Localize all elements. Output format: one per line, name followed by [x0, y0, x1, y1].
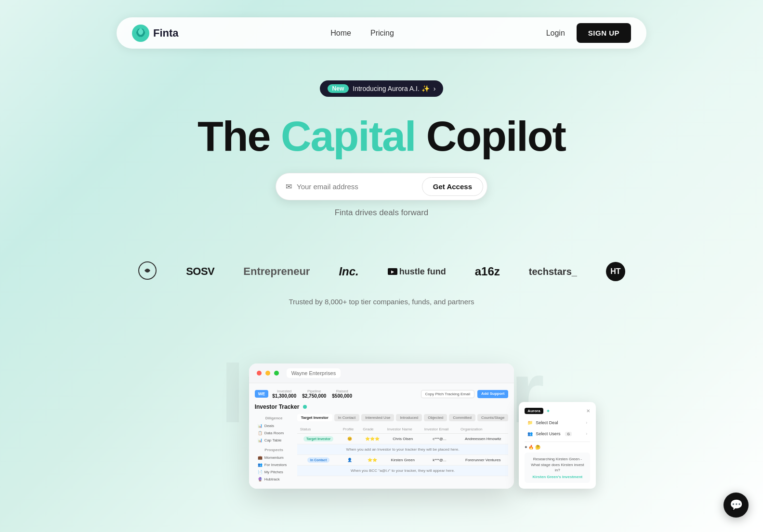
hero-section: New Introducing Aurora A.I. ✨ › The Capi…: [0, 66, 763, 251]
hero-title: The Capital Copilot: [10, 114, 753, 158]
trusted-text: Trusted by 8,000+ top tier companies, fu…: [0, 298, 763, 306]
stat-invested: Invested $1,300,000: [272, 389, 296, 399]
col-org: Organization: [458, 425, 508, 434]
badge-text: Introducing Aurora A.I. ✨: [353, 85, 429, 92]
logo-item-1: [138, 261, 157, 282]
chat-button[interactable]: 💬: [724, 493, 749, 518]
table-row: In Contact 👤 ⭐⭐ Kirsten Green k***@... F…: [297, 455, 509, 466]
tab-in-contact[interactable]: In Contact: [334, 414, 359, 421]
tracker-main: Target Investor In Contact Interested Us…: [297, 414, 509, 483]
finta-logo-icon: [132, 25, 149, 42]
dashboard-tab-label: Wayne Enterprises: [287, 368, 341, 378]
tracker-indicator: [303, 405, 307, 409]
table-row: When you add an Investor to your tracker…: [297, 444, 509, 455]
tab-target-investor[interactable]: Target Investor: [297, 414, 332, 421]
nav-actions: Login SIGN UP: [546, 23, 631, 43]
aurora-panel: Aurora ✦ ✕ 📁 Select Deal › 👥 Select User…: [519, 402, 596, 489]
stat-raised: Raised $500,000: [332, 389, 352, 399]
logo-sosv: SOSV: [186, 265, 214, 278]
logo-techstars: techstars_: [529, 266, 577, 277]
logo-entrepreneur: Entrepreneur: [243, 265, 310, 278]
col-investor-name: Investor Name: [384, 425, 421, 434]
nav-links: Home Pricing: [330, 29, 394, 38]
dashboard-wrapper: Wayne Enterprises WE Invested $1,300,000…: [249, 363, 514, 489]
tab-objected[interactable]: Objected: [424, 414, 447, 421]
table-row: When you BCC "a@t.r" to your tracker, th…: [297, 466, 509, 476]
investor-section: Investor Wayne Enterprises WE Invested $: [0, 325, 763, 491]
email-input[interactable]: [297, 182, 422, 191]
aurora-message-text: Researching Kirsten Green - What stage d…: [528, 456, 586, 473]
tracker-layout: Diligence 📊Deals 📋Data Room 📊Cap Table P…: [255, 414, 509, 483]
logo-hustle-fund: ▶ hustle fund: [388, 267, 446, 277]
navbar: Finta Home Pricing Login SIGN UP: [117, 17, 646, 49]
tab-counts-stage[interactable]: Counts/Stage: [477, 414, 508, 421]
logo-area[interactable]: Finta: [132, 25, 179, 42]
aurora-header: Aurora ✦ ✕: [525, 408, 590, 414]
nav-link-home[interactable]: Home: [330, 29, 351, 38]
chat-icon: 💬: [730, 499, 743, 511]
tab-introduced[interactable]: Introduced: [396, 414, 422, 421]
email-icon: ✉: [286, 182, 292, 191]
col-status: Status: [297, 425, 340, 434]
dashboard-stats: Invested $1,300,000 Pipeline $2,750,000 …: [272, 389, 352, 399]
window-dot-red: [257, 371, 262, 376]
logo-inc: Inc.: [339, 265, 358, 278]
copy-tracker-btn[interactable]: Copy Pitch Tracking Email: [421, 390, 474, 398]
company-logo: WE: [255, 390, 269, 398]
add-support-btn[interactable]: Add Support: [477, 390, 508, 398]
badge-new-label: New: [328, 84, 349, 93]
tab-committed[interactable]: Committed: [449, 414, 475, 421]
signup-button[interactable]: SIGN UP: [577, 23, 631, 43]
window-dot-green: [274, 371, 279, 376]
investor-table: Status Profile Grade Investor Name Inves…: [297, 425, 509, 476]
table-row: Target Investor 😊 ⭐⭐⭐ Chris Olsen c***@.…: [297, 434, 509, 444]
login-button[interactable]: Login: [546, 29, 565, 38]
tracker-title: Investor Tracker: [255, 403, 300, 410]
email-form: ✉ Get Access: [276, 173, 487, 200]
aurora-message-box: Researching Kirsten Green - What stage d…: [525, 453, 590, 483]
badge-arrow-icon: ›: [434, 85, 436, 92]
status-tabs: Target Investor In Contact Interested Us…: [297, 414, 509, 421]
left-sidebar: Diligence 📊Deals 📋Data Room 📊Cap Table P…: [255, 414, 293, 483]
stat-pipeline: Pipeline $2,750,000: [302, 389, 326, 399]
get-access-button[interactable]: Get Access: [422, 177, 483, 196]
aurora-message-author: Kirsten Green's Investment: [528, 475, 586, 479]
dashboard-stats-bar: WE Invested $1,300,000 Pipeline $2,750,0…: [255, 389, 509, 399]
dashboard-actions: Copy Pitch Tracking Email Add Support: [421, 390, 509, 398]
dashboard-header: Wayne Enterprises: [249, 363, 514, 383]
hero-title-highlight: Capital: [281, 112, 415, 160]
hero-subtitle: Finta drives deals forward: [10, 208, 753, 218]
col-grade: Grade: [360, 425, 384, 434]
aurora-badge: Aurora: [525, 408, 543, 414]
logo-icon-1: [138, 261, 157, 280]
logo-a16z: a16z: [475, 265, 500, 278]
aurora-divider: [525, 441, 590, 442]
col-profile: Profile: [340, 425, 360, 434]
aurora-select-deal[interactable]: 📁 Select Deal ›: [525, 418, 590, 428]
dashboard-preview: Wayne Enterprises WE Invested $1,300,000…: [249, 363, 514, 489]
tab-interested-use[interactable]: Interested Use: [361, 414, 394, 421]
logo-text: Finta: [153, 27, 179, 39]
announcement-badge[interactable]: New Introducing Aurora A.I. ✨ ›: [320, 80, 444, 97]
aurora-close-button[interactable]: ✕: [586, 408, 590, 414]
tracker-title-bar: Investor Tracker: [255, 403, 509, 410]
nav-link-pricing[interactable]: Pricing: [370, 29, 394, 38]
col-investor-email: Investor Email: [421, 425, 458, 434]
hero-title-prefix: The: [197, 112, 281, 160]
aurora-select-users[interactable]: 👥 Select Users G ›: [525, 429, 590, 439]
logos-section: SOSV Entrepreneur Inc. ▶ hustle fund a16…: [0, 251, 763, 292]
dashboard-body: WE Invested $1,300,000 Pipeline $2,750,0…: [249, 383, 514, 489]
logo-ht: HT: [606, 262, 625, 281]
window-dot-yellow: [265, 371, 270, 376]
hero-title-suffix: Copilot: [415, 112, 565, 160]
